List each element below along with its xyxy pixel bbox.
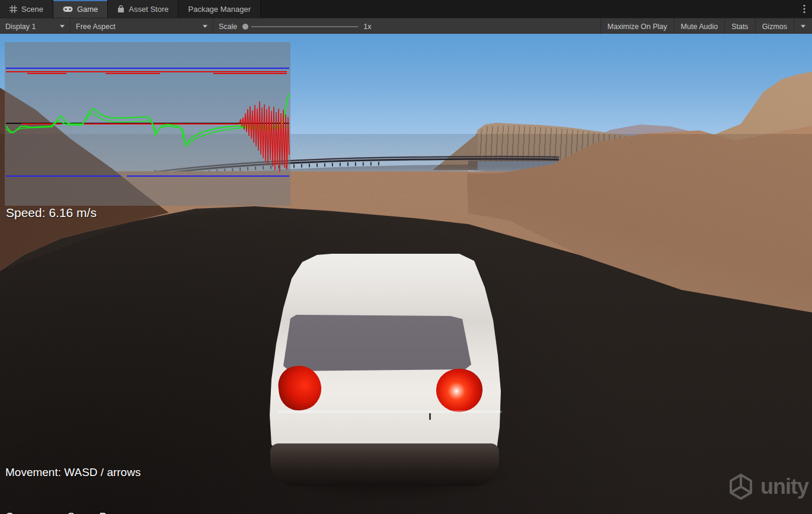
scale-label: Scale [219,23,237,31]
gizmos-button[interactable]: Gizmos [755,18,794,34]
tab-label: Game [77,5,98,14]
tab-label: Asset Store [129,5,168,14]
control-line-camera: Camera: SpaceBar [5,509,140,514]
speed-readout: Speed: 6.16 m/s [6,206,97,220]
tailgate-keyhole [429,413,431,420]
mute-audio-button[interactable]: Mute Audio [674,18,725,34]
car-bumper [270,443,499,486]
tailgate-crease [277,411,501,413]
toolbar-spacer [376,18,600,34]
unity-logo-icon [727,473,755,501]
unity-game-view-window: Scene Game Asset Store Package Manager [0,0,812,514]
control-line-movement: Movement: WASD / arrows [5,465,140,480]
aspect-ratio-dropdown[interactable]: Free Aspect [71,18,213,34]
vehicle [261,252,516,495]
telemetry-graph-overlay [5,42,290,206]
tab-package-manager[interactable]: Package Manager [178,0,261,18]
tab-label: Package Manager [188,5,251,14]
unity-watermark: unity [727,473,808,501]
gamepad-icon [63,6,73,12]
tab-label: Scene [21,5,43,14]
tab-scene[interactable]: Scene [0,0,53,18]
bag-icon [117,5,124,13]
stats-button[interactable]: Stats [724,18,755,34]
telemetry-lines [5,42,290,206]
scale-slider-knob[interactable] [242,24,248,30]
scale-value: 1x [363,23,371,31]
series-steering-green-main [6,94,289,144]
series-oscillation-red [239,101,289,172]
chevron-down-icon [203,25,207,28]
unity-watermark-text: unity [760,474,808,499]
kebab-icon[interactable] [797,0,812,18]
chevron-down-icon [801,25,805,28]
tab-asset-store[interactable]: Asset Store [108,0,178,18]
chevron-down-icon [60,25,65,28]
game-view-toolbar: Display 1 Free Aspect Scale 1x Maximize … [0,18,812,34]
grid-icon [9,5,17,13]
tab-game[interactable]: Game [53,0,108,18]
maximize-on-play-button[interactable]: Maximize On Play [600,18,674,34]
game-viewport[interactable]: Speed: 6.16 m/s Movement: WASD / arrows … [0,34,812,514]
scale-slider-track[interactable] [251,26,358,27]
display-dropdown[interactable]: Display 1 [0,18,71,34]
scale-slider-group: Scale 1x [213,18,376,34]
editor-tab-bar: Scene Game Asset Store Package Manager [0,0,812,18]
controls-help: Movement: WASD / arrows Camera: SpaceBar… [5,435,140,514]
gizmos-dropdown-arrow[interactable] [794,18,812,34]
